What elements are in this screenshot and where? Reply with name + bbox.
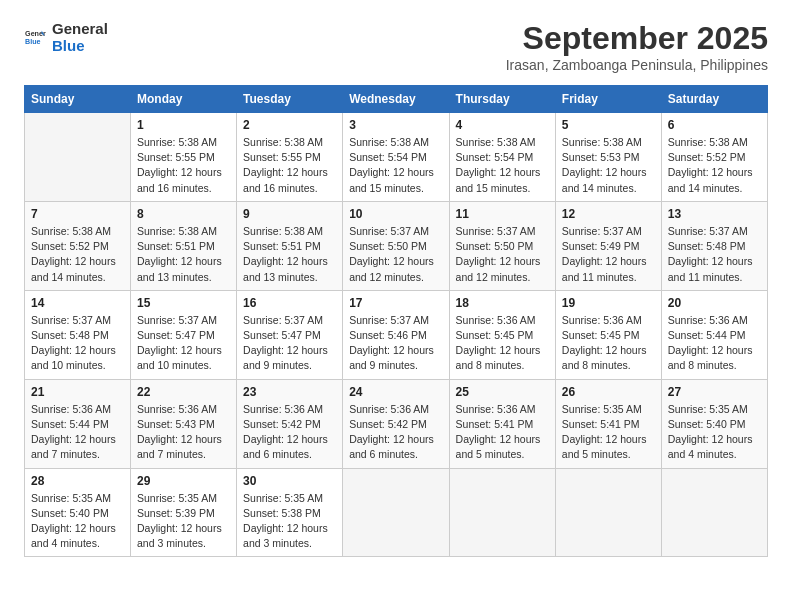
day-number: 8 [137,207,230,221]
calendar-cell: 1Sunrise: 5:38 AM Sunset: 5:55 PM Daylig… [131,113,237,202]
day-info: Sunrise: 5:35 AM Sunset: 5:40 PM Dayligh… [668,402,761,463]
calendar: SundayMondayTuesdayWednesdayThursdayFrid… [24,85,768,557]
day-info: Sunrise: 5:37 AM Sunset: 5:48 PM Dayligh… [668,224,761,285]
day-info: Sunrise: 5:36 AM Sunset: 5:42 PM Dayligh… [349,402,442,463]
day-info: Sunrise: 5:38 AM Sunset: 5:55 PM Dayligh… [243,135,336,196]
calendar-cell [449,468,555,557]
day-header-monday: Monday [131,86,237,113]
day-number: 19 [562,296,655,310]
calendar-cell: 5Sunrise: 5:38 AM Sunset: 5:53 PM Daylig… [555,113,661,202]
calendar-cell [555,468,661,557]
calendar-cell: 3Sunrise: 5:38 AM Sunset: 5:54 PM Daylig… [343,113,449,202]
day-info: Sunrise: 5:36 AM Sunset: 5:45 PM Dayligh… [456,313,549,374]
calendar-cell: 12Sunrise: 5:37 AM Sunset: 5:49 PM Dayli… [555,201,661,290]
calendar-cell: 21Sunrise: 5:36 AM Sunset: 5:44 PM Dayli… [25,379,131,468]
day-number: 14 [31,296,124,310]
calendar-week-1: 1Sunrise: 5:38 AM Sunset: 5:55 PM Daylig… [25,113,768,202]
day-info: Sunrise: 5:37 AM Sunset: 5:47 PM Dayligh… [243,313,336,374]
calendar-cell: 28Sunrise: 5:35 AM Sunset: 5:40 PM Dayli… [25,468,131,557]
calendar-cell: 2Sunrise: 5:38 AM Sunset: 5:55 PM Daylig… [237,113,343,202]
day-info: Sunrise: 5:36 AM Sunset: 5:43 PM Dayligh… [137,402,230,463]
calendar-cell: 11Sunrise: 5:37 AM Sunset: 5:50 PM Dayli… [449,201,555,290]
day-number: 23 [243,385,336,399]
calendar-cell: 26Sunrise: 5:35 AM Sunset: 5:41 PM Dayli… [555,379,661,468]
calendar-cell: 7Sunrise: 5:38 AM Sunset: 5:52 PM Daylig… [25,201,131,290]
calendar-cell: 18Sunrise: 5:36 AM Sunset: 5:45 PM Dayli… [449,290,555,379]
day-info: Sunrise: 5:37 AM Sunset: 5:49 PM Dayligh… [562,224,655,285]
calendar-cell: 16Sunrise: 5:37 AM Sunset: 5:47 PM Dayli… [237,290,343,379]
day-info: Sunrise: 5:35 AM Sunset: 5:40 PM Dayligh… [31,491,124,552]
logo-icon: General Blue [24,26,46,48]
day-info: Sunrise: 5:37 AM Sunset: 5:50 PM Dayligh… [456,224,549,285]
day-info: Sunrise: 5:38 AM Sunset: 5:52 PM Dayligh… [31,224,124,285]
day-header-tuesday: Tuesday [237,86,343,113]
day-number: 9 [243,207,336,221]
day-number: 28 [31,474,124,488]
day-number: 20 [668,296,761,310]
day-info: Sunrise: 5:36 AM Sunset: 5:44 PM Dayligh… [31,402,124,463]
calendar-cell: 17Sunrise: 5:37 AM Sunset: 5:46 PM Dayli… [343,290,449,379]
calendar-cell: 30Sunrise: 5:35 AM Sunset: 5:38 PM Dayli… [237,468,343,557]
day-info: Sunrise: 5:35 AM Sunset: 5:38 PM Dayligh… [243,491,336,552]
day-number: 12 [562,207,655,221]
day-number: 1 [137,118,230,132]
day-info: Sunrise: 5:37 AM Sunset: 5:47 PM Dayligh… [137,313,230,374]
day-info: Sunrise: 5:38 AM Sunset: 5:54 PM Dayligh… [349,135,442,196]
day-info: Sunrise: 5:36 AM Sunset: 5:42 PM Dayligh… [243,402,336,463]
day-info: Sunrise: 5:36 AM Sunset: 5:44 PM Dayligh… [668,313,761,374]
calendar-cell: 23Sunrise: 5:36 AM Sunset: 5:42 PM Dayli… [237,379,343,468]
calendar-cell: 8Sunrise: 5:38 AM Sunset: 5:51 PM Daylig… [131,201,237,290]
day-info: Sunrise: 5:35 AM Sunset: 5:39 PM Dayligh… [137,491,230,552]
day-info: Sunrise: 5:38 AM Sunset: 5:52 PM Dayligh… [668,135,761,196]
day-header-friday: Friday [555,86,661,113]
calendar-cell [25,113,131,202]
logo: General Blue General Blue [24,20,108,54]
month-year: September 2025 [506,20,768,57]
day-info: Sunrise: 5:38 AM Sunset: 5:54 PM Dayligh… [456,135,549,196]
day-number: 7 [31,207,124,221]
calendar-cell: 22Sunrise: 5:36 AM Sunset: 5:43 PM Dayli… [131,379,237,468]
calendar-cell: 29Sunrise: 5:35 AM Sunset: 5:39 PM Dayli… [131,468,237,557]
calendar-cell: 24Sunrise: 5:36 AM Sunset: 5:42 PM Dayli… [343,379,449,468]
day-number: 22 [137,385,230,399]
day-info: Sunrise: 5:36 AM Sunset: 5:45 PM Dayligh… [562,313,655,374]
day-number: 10 [349,207,442,221]
header: General Blue General Blue September 2025… [24,20,768,73]
day-number: 6 [668,118,761,132]
calendar-week-4: 21Sunrise: 5:36 AM Sunset: 5:44 PM Dayli… [25,379,768,468]
calendar-header-row: SundayMondayTuesdayWednesdayThursdayFrid… [25,86,768,113]
day-number: 13 [668,207,761,221]
calendar-cell: 14Sunrise: 5:37 AM Sunset: 5:48 PM Dayli… [25,290,131,379]
title-area: September 2025 Irasan, Zamboanga Peninsu… [506,20,768,73]
calendar-cell: 4Sunrise: 5:38 AM Sunset: 5:54 PM Daylig… [449,113,555,202]
day-number: 2 [243,118,336,132]
day-header-sunday: Sunday [25,86,131,113]
calendar-cell: 25Sunrise: 5:36 AM Sunset: 5:41 PM Dayli… [449,379,555,468]
day-number: 18 [456,296,549,310]
day-number: 25 [456,385,549,399]
calendar-cell: 19Sunrise: 5:36 AM Sunset: 5:45 PM Dayli… [555,290,661,379]
day-number: 15 [137,296,230,310]
day-info: Sunrise: 5:38 AM Sunset: 5:55 PM Dayligh… [137,135,230,196]
day-info: Sunrise: 5:37 AM Sunset: 5:46 PM Dayligh… [349,313,442,374]
calendar-cell: 10Sunrise: 5:37 AM Sunset: 5:50 PM Dayli… [343,201,449,290]
day-number: 16 [243,296,336,310]
day-number: 26 [562,385,655,399]
day-number: 30 [243,474,336,488]
day-number: 11 [456,207,549,221]
day-number: 17 [349,296,442,310]
day-info: Sunrise: 5:37 AM Sunset: 5:50 PM Dayligh… [349,224,442,285]
day-number: 4 [456,118,549,132]
calendar-cell: 13Sunrise: 5:37 AM Sunset: 5:48 PM Dayli… [661,201,767,290]
calendar-cell [343,468,449,557]
day-header-saturday: Saturday [661,86,767,113]
day-number: 5 [562,118,655,132]
calendar-cell: 6Sunrise: 5:38 AM Sunset: 5:52 PM Daylig… [661,113,767,202]
day-info: Sunrise: 5:35 AM Sunset: 5:41 PM Dayligh… [562,402,655,463]
calendar-week-5: 28Sunrise: 5:35 AM Sunset: 5:40 PM Dayli… [25,468,768,557]
day-number: 27 [668,385,761,399]
calendar-week-2: 7Sunrise: 5:38 AM Sunset: 5:52 PM Daylig… [25,201,768,290]
day-number: 21 [31,385,124,399]
day-header-wednesday: Wednesday [343,86,449,113]
calendar-cell: 9Sunrise: 5:38 AM Sunset: 5:51 PM Daylig… [237,201,343,290]
